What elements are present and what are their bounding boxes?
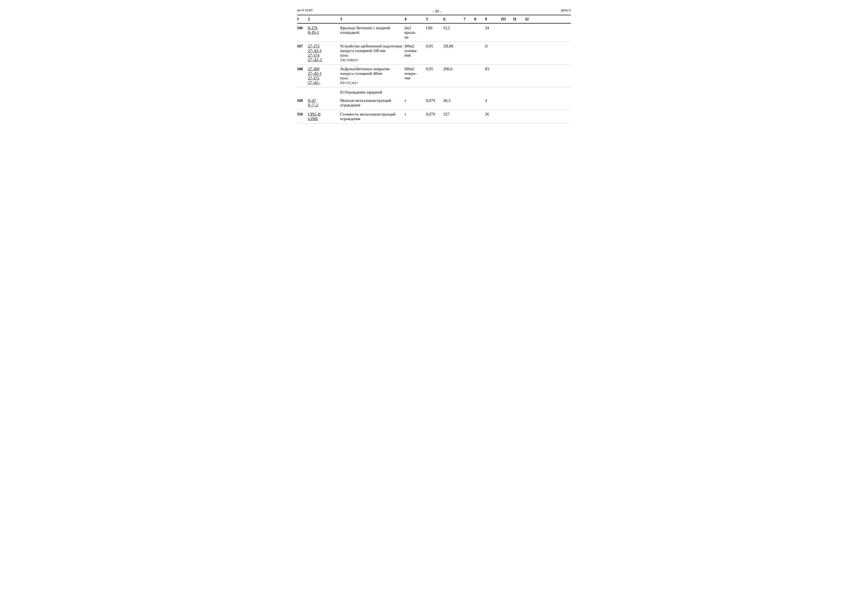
row-col9: 4 [485, 98, 501, 103]
row-unit: т [404, 98, 426, 103]
row-refs: СРЦ–II п.I96I [308, 112, 340, 121]
col-header-6: 6 [443, 17, 464, 21]
col-header-9: 9 [485, 17, 501, 21]
table-row: I48 27–I69 27–42–I 27–I75 27–42– Асфальт… [297, 65, 571, 87]
row-col5: 0,079 [426, 98, 443, 103]
row-col6: 327 [443, 112, 464, 116]
row-id: I48 [297, 67, 308, 71]
col-header-5: 5 [426, 17, 443, 21]
row-col5: 0,05 [426, 44, 443, 49]
row-refs: 27–I69 27–42–I 27–I75 27–42– [308, 67, 340, 85]
row-col9: IO [485, 67, 501, 71]
table-row: I49 9–47 9–7–2 Монтаж металлоконструкций… [297, 96, 571, 110]
col-header-2: 2 [308, 17, 340, 21]
col-header-11: II [513, 17, 525, 21]
col-header-4: 4 [404, 17, 426, 21]
table-body: I46 8–I79 8–I9–I Крыльцо бетонное с вход… [297, 24, 571, 124]
col-header-8: 8 [474, 17, 485, 21]
row-col6: 46,3 [443, 98, 464, 103]
row-id: I49 [297, 98, 308, 103]
header-left: ан-9-10.85 [297, 8, 313, 12]
row-col6: 2II,88 [443, 44, 464, 49]
row-col5: 0,05 [426, 67, 443, 71]
row-description: Крыльцо бетонное с входной площадкой [340, 26, 404, 35]
table-row: I46 8–I79 8–I9–I Крыльцо бетонное с вход… [297, 24, 571, 42]
row-col9: 26 [485, 112, 501, 116]
col-header-7: 7 [464, 17, 474, 21]
row-col9: 24 [485, 26, 501, 30]
page-header: ан-9-10.85 - 39 - ф0зе/3 [297, 8, 571, 14]
column-headers: I 2 3 4 5 6 7 8 9 IO II I2 [297, 15, 571, 24]
row-description: Монтаж металлоконструкций ограждения [340, 98, 404, 108]
table-row: I47 27–I73 27–43–I 27–I74 27–43–2 Устрой… [297, 42, 571, 65]
row-unit: т [404, 112, 426, 116]
row-col5: 0,079 [426, 112, 443, 116]
row-col6: 206,6 [443, 67, 464, 71]
col-header-10: IO [501, 17, 513, 21]
header-right: ф0зе/3 [561, 8, 571, 12]
section-label: б) Ограждение зарядной [297, 87, 571, 96]
row-refs: 9–47 9–7–2 [308, 98, 340, 108]
row-unit: I00м2основа-ния [404, 44, 426, 57]
row-id: I46 [297, 26, 308, 30]
row-description: Асфальтобетонное покрытие пандуса толщин… [340, 67, 404, 85]
section-title: б) Ограждение зарядной [340, 90, 382, 94]
row-refs: 27–I73 27–43–I 27–I74 27–43–2 [308, 44, 340, 62]
row-description: Стоимость металлоконструкций ограждения [340, 112, 404, 121]
row-refs: 8–I79 8–I9–I [308, 26, 340, 35]
row-unit: I00м2покры-тия [404, 67, 426, 80]
col-header-1: I [297, 17, 308, 21]
row-id: I47 [297, 44, 308, 49]
row-description: Устройство щебеночной подготовки пандуса… [340, 44, 404, 62]
row-col6: I3,2 [443, 26, 464, 30]
table-row: I50 СРЦ–II п.I96I Стоимость металлоконст… [297, 110, 571, 124]
col-header-3: 3 [340, 17, 404, 21]
row-id: I50 [297, 112, 308, 116]
row-col9: II [485, 44, 501, 49]
header-center: - 39 - [313, 8, 561, 14]
row-col5: I,80 [426, 26, 443, 30]
row-unit: Im2крыль-ца [404, 26, 426, 40]
col-header-12: I2 [525, 17, 537, 21]
